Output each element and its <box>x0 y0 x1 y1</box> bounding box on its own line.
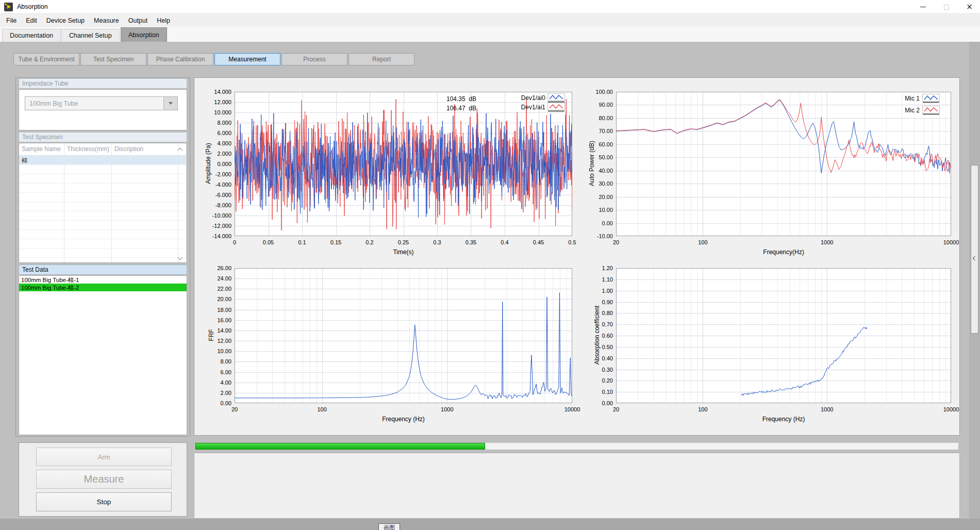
table-row-empty[interactable] <box>19 211 187 221</box>
arm-button[interactable]: Arm <box>36 448 172 466</box>
tab-absorption[interactable]: Absorption <box>121 27 167 42</box>
table-cell <box>19 239 64 249</box>
table-cell <box>64 165 112 174</box>
window-title: Absorption <box>17 3 48 10</box>
table-row[interactable]: 棉 <box>19 156 187 165</box>
lower-panel <box>194 453 960 519</box>
table-row-empty[interactable] <box>19 258 187 263</box>
table-cell <box>19 202 64 211</box>
table-cell <box>178 156 187 165</box>
maximize-button[interactable] <box>935 0 958 14</box>
table-row-empty[interactable] <box>19 202 187 211</box>
title-bar: Absorption × <box>0 0 980 14</box>
table-cell <box>112 221 178 230</box>
tab-documentation[interactable]: Documentation <box>2 29 61 42</box>
menu-measure[interactable]: Measure <box>89 14 124 27</box>
test-specimen-table: Sample NameThickness(mm)Discription棉 <box>19 143 187 263</box>
column-header: Thickness(mm) <box>64 143 112 156</box>
table-cell <box>112 211 178 221</box>
table-cell <box>64 258 112 263</box>
chart-panel <box>194 77 960 436</box>
table-cell <box>64 249 112 258</box>
table-cell <box>112 156 178 165</box>
table-row-empty[interactable] <box>19 221 187 230</box>
menu-help[interactable]: Help <box>152 14 175 27</box>
table-cell <box>64 230 112 239</box>
stop-button[interactable]: Stop <box>36 492 172 511</box>
table-cell <box>64 174 112 184</box>
table-cell <box>178 193 187 202</box>
subtab-phase-calibration[interactable]: Phase Calibration <box>147 53 213 65</box>
table-cell <box>178 221 187 230</box>
table-row-empty[interactable] <box>19 249 187 258</box>
table-cell <box>112 202 178 211</box>
table-row-empty[interactable] <box>19 193 187 202</box>
table-cell <box>19 174 64 184</box>
table-cell <box>19 249 64 258</box>
subtab-report[interactable]: Report <box>348 53 414 65</box>
table-cell <box>112 184 178 193</box>
tab-channel-setup[interactable]: Channel Setup <box>61 29 120 42</box>
table-cell: 棉 <box>19 156 64 165</box>
bottom-tab-draw[interactable]: 画图 <box>378 523 400 530</box>
table-cell <box>178 211 187 221</box>
table-row-empty[interactable] <box>19 184 187 193</box>
subtab-process[interactable]: Process <box>281 53 347 65</box>
minimize-button[interactable] <box>911 0 935 14</box>
table-cell <box>178 165 187 174</box>
table-cell <box>178 184 187 193</box>
subtab-test-specimen[interactable]: Test Specimen <box>80 53 146 65</box>
table-row-empty[interactable] <box>19 239 187 249</box>
table-cell <box>19 165 64 174</box>
menu-device-setup[interactable]: Device Setup <box>42 14 89 27</box>
tube-select[interactable]: 100mm Big Tube <box>25 96 178 110</box>
menu-edit[interactable]: Edit <box>21 14 42 27</box>
subtab-tube-environment[interactable]: Tube & Environment <box>13 53 79 65</box>
maximize-icon <box>944 5 949 10</box>
table-cell <box>64 202 112 211</box>
table-cell <box>178 239 187 249</box>
close-icon: × <box>966 3 973 11</box>
table-row-empty[interactable] <box>19 230 187 239</box>
table-cell <box>178 202 187 211</box>
test-data-list: 100mm Big Tube-棉-1100mm Big Tube-棉-2 <box>19 275 187 435</box>
impedance-tube-header: Impendace Tube <box>19 78 187 89</box>
menu-file[interactable]: File <box>2 14 21 27</box>
table-cell <box>19 211 64 221</box>
measure-button[interactable]: Measure <box>36 470 172 489</box>
minimize-icon <box>920 7 926 8</box>
test-data-item[interactable]: 100mm Big Tube-棉-1 <box>19 276 187 284</box>
table-cell <box>19 230 64 239</box>
progress-bar <box>195 442 959 450</box>
table-cell <box>64 221 112 230</box>
tube-select-value: 100mm Big Tube <box>25 100 163 107</box>
menu-output[interactable]: Output <box>124 14 153 27</box>
main-tab-bar: DocumentationChannel SetupAbsorption <box>0 27 980 42</box>
table-cell <box>64 193 112 202</box>
progress-fill <box>195 443 485 450</box>
app-icon <box>4 3 13 11</box>
tube-select-arrow-button[interactable] <box>163 97 177 110</box>
table-cell <box>64 156 112 165</box>
bottom-strip <box>0 519 980 530</box>
table-cell <box>112 249 178 258</box>
table-cell <box>112 230 178 239</box>
menu-bar: FileEditDevice SetupMeasureOutputHelp <box>0 14 980 27</box>
table-cell <box>112 193 178 202</box>
table-cell <box>64 184 112 193</box>
column-header: Discription <box>112 143 178 156</box>
test-data-item[interactable]: 100mm Big Tube-棉-2 <box>19 284 187 291</box>
right-panel-handle[interactable] <box>971 165 978 334</box>
table-cell <box>19 258 64 263</box>
table-cell <box>19 221 64 230</box>
table-row-empty[interactable] <box>19 174 187 184</box>
table-cell <box>112 239 178 249</box>
table-cell <box>19 184 64 193</box>
table-cell <box>112 174 178 184</box>
test-specimen-header: Test Specimen <box>19 132 187 142</box>
test-data-header: Test Data <box>19 264 187 275</box>
table-row-empty[interactable] <box>19 165 187 174</box>
subtab-measurement[interactable]: Measurement <box>214 53 280 65</box>
table-cell <box>112 258 178 263</box>
close-button[interactable]: × <box>958 0 980 14</box>
